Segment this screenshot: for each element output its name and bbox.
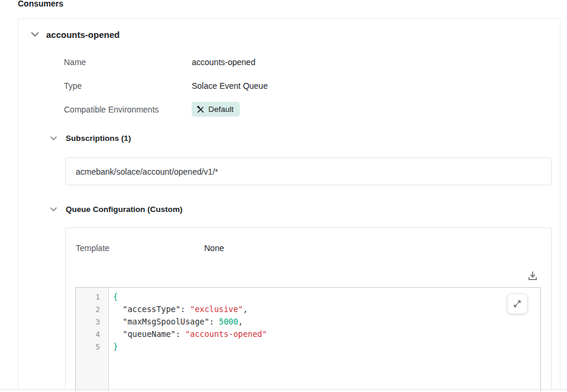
download-button[interactable] [524, 268, 541, 284]
consumers-panel: Consumers accounts-opened Name accounts-… [0, 0, 567, 392]
chevron-down-icon [49, 205, 58, 214]
type-value: Solace Event Queue [192, 81, 268, 91]
subscription-topic: acmebank/solace/account/opened/v1/* [76, 167, 218, 176]
tools-icon [196, 105, 205, 114]
consumer-card: accounts-opened Name accounts-opened Typ… [18, 18, 560, 389]
download-icon [527, 270, 539, 282]
template-label: Template [76, 243, 109, 253]
consumer-name-title: accounts-opened [46, 30, 120, 40]
code-gutter: 12345 [76, 288, 109, 391]
environment-badge-label: Default [208, 105, 234, 114]
name-value: accounts-opened [192, 57, 255, 68]
subscriptions-title: Subscriptions (1) [66, 134, 131, 143]
subscription-item: acmebank/solace/account/opened/v1/* [65, 158, 552, 185]
expand-button[interactable] [507, 294, 527, 314]
consumer-header-toggle[interactable]: accounts-opened [27, 25, 263, 43]
template-value: None [204, 243, 224, 253]
chevron-down-icon [30, 29, 40, 40]
expand-icon [512, 298, 523, 309]
panel-bottom-divider [0, 389, 567, 390]
code-lines: { "accessType": "exclusive", "maxMsgSpoo… [109, 288, 540, 391]
environment-badge: Default [192, 102, 240, 117]
queue-configuration-title: Queue Configuration (Custom) [66, 205, 182, 214]
environments-label: Compatible Environments [64, 105, 159, 115]
subscriptions-toggle[interactable]: Subscriptions (1) [49, 131, 131, 144]
queue-configuration-box: Template None 12345 { "accessType": "exc… [65, 227, 552, 390]
page-title: Consumers [18, 0, 63, 9]
chevron-down-icon [49, 134, 58, 143]
name-label: Name [64, 57, 86, 68]
queue-configuration-toggle[interactable]: Queue Configuration (Custom) [49, 203, 182, 216]
type-label: Type [64, 81, 82, 91]
queue-config-code-editor[interactable]: 12345 { "accessType": "exclusive", "maxM… [75, 287, 541, 391]
